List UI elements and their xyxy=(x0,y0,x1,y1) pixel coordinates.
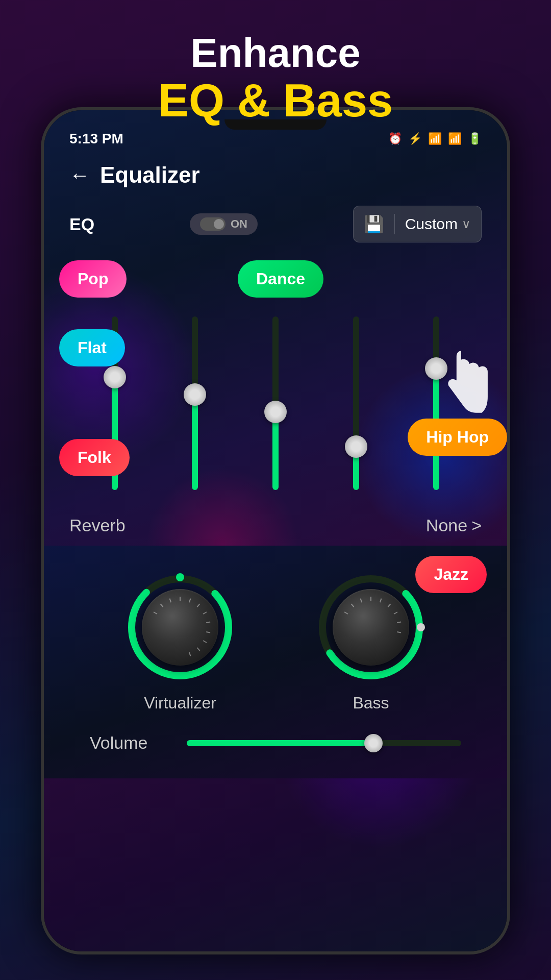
svg-line-13 xyxy=(189,652,191,656)
reverb-label: Reverb xyxy=(69,516,126,535)
reverb-row: Reverb None > xyxy=(44,505,507,546)
svg-line-4 xyxy=(169,599,171,603)
eq-label: EQ xyxy=(69,214,94,234)
hand-cursor xyxy=(431,345,492,424)
bottom-section: Jazz xyxy=(44,546,507,778)
genre-tag-dance[interactable]: Dance xyxy=(238,260,323,298)
header-title-yellow: EQ & Bass xyxy=(20,76,531,126)
svg-line-24 xyxy=(397,632,401,632)
genre-tag-jazz[interactable]: Jazz xyxy=(415,556,487,593)
svg-line-16 xyxy=(344,612,348,614)
eq-controls-row: EQ ON 💾 Custom ∨ xyxy=(44,198,507,250)
reverb-value: None xyxy=(426,516,467,535)
knob-ticks xyxy=(142,589,218,666)
slider-thumb-4[interactable] xyxy=(345,435,367,458)
svg-line-17 xyxy=(351,604,354,607)
phone-screen: 5:13 PM ⏰ ⚡ 📶 📶 🔋 ← Equalizer EQ xyxy=(44,110,507,951)
page-wrapper: Enhance EQ & Bass 5:13 PM ⏰ ⚡ 📶 📶 🔋 xyxy=(0,0,551,980)
slider-thumb-1[interactable] xyxy=(104,366,126,388)
virt-indicator-dot xyxy=(176,573,184,581)
bass-knob-body[interactable] xyxy=(333,589,409,666)
toggle-knob[interactable] xyxy=(200,217,226,231)
svg-line-3 xyxy=(160,604,163,607)
preset-dropdown[interactable]: 💾 Custom ∨ xyxy=(353,206,482,242)
top-bar: ← Equalizer xyxy=(44,152,507,198)
volume-thumb[interactable] xyxy=(364,734,383,752)
slider-thumb-2[interactable] xyxy=(184,383,206,406)
svg-line-2 xyxy=(154,612,157,614)
virtualizer-knob-container xyxy=(124,571,236,683)
svg-line-11 xyxy=(203,641,207,643)
genre-tag-pop[interactable]: Pop xyxy=(59,260,127,298)
volume-slider-fill xyxy=(187,740,373,746)
reverb-value-control[interactable]: None > xyxy=(426,516,482,535)
bass-knob-container xyxy=(315,571,427,683)
header-title-white: Enhance xyxy=(20,31,531,76)
bass-indicator-dot xyxy=(417,623,425,631)
dropdown-text-area[interactable]: Custom ∨ xyxy=(395,207,481,241)
svg-line-23 xyxy=(397,622,401,623)
chevron-down-icon: ∨ xyxy=(462,217,471,231)
save-icon: 💾 xyxy=(364,214,384,234)
svg-line-22 xyxy=(394,612,397,614)
virtualizer-label: Virtualizer xyxy=(144,694,216,713)
volume-label: Volume xyxy=(90,733,171,753)
genre-tag-folk[interactable]: Folk xyxy=(59,439,130,476)
eq-slider-3[interactable] xyxy=(271,316,280,490)
svg-line-9 xyxy=(206,622,210,623)
eq-toggle[interactable]: ON xyxy=(190,213,258,235)
preset-name: Custom xyxy=(405,215,458,233)
eq-slider-2[interactable] xyxy=(190,316,199,490)
svg-line-10 xyxy=(206,632,210,632)
phone-frame: 5:13 PM ⏰ ⚡ 📶 📶 🔋 ← Equalizer EQ xyxy=(41,107,510,954)
back-button[interactable]: ← xyxy=(69,164,90,187)
genre-tag-flat[interactable]: Flat xyxy=(59,329,125,366)
toggle-label: ON xyxy=(231,217,247,231)
virtualizer-knob-body[interactable] xyxy=(142,589,218,666)
volume-row: Volume xyxy=(64,723,487,763)
reverb-arrow-icon: > xyxy=(471,516,482,535)
slider-thumb-3[interactable] xyxy=(264,401,287,423)
virtualizer-control: Virtualizer xyxy=(124,571,236,713)
header-area: Enhance EQ & Bass xyxy=(0,0,551,141)
volume-slider[interactable] xyxy=(187,740,461,746)
svg-line-8 xyxy=(203,612,207,614)
svg-line-6 xyxy=(189,599,191,603)
svg-line-7 xyxy=(197,604,199,607)
svg-line-12 xyxy=(197,648,199,651)
save-button[interactable]: 💾 xyxy=(354,206,394,242)
page-title: Equalizer xyxy=(100,162,200,188)
genre-tag-hiphop[interactable]: Hip Hop xyxy=(408,419,507,456)
svg-line-18 xyxy=(360,599,362,603)
svg-line-20 xyxy=(380,599,382,603)
svg-line-21 xyxy=(388,604,390,607)
eq-slider-4[interactable] xyxy=(352,316,361,490)
bass-label: Bass xyxy=(353,694,389,713)
bass-control: Bass xyxy=(315,571,427,713)
bass-knob-ticks xyxy=(333,589,409,666)
